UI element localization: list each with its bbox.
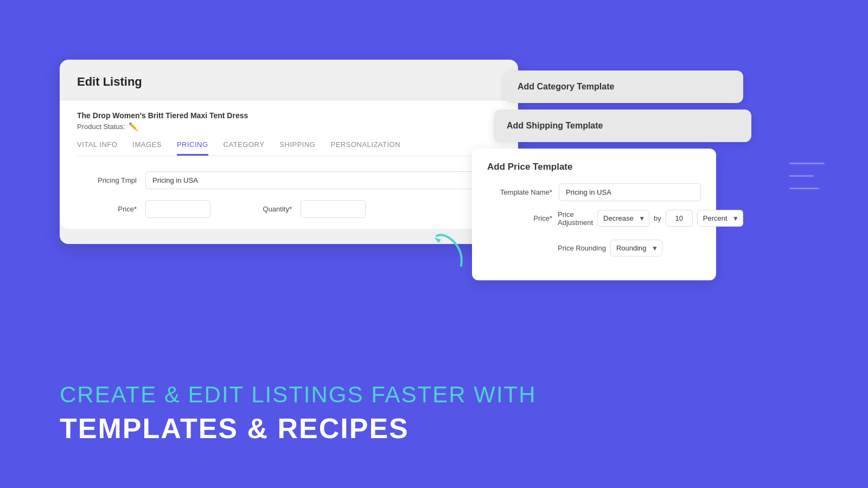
bottom-section: CREATE & EDIT LISTINGS FASTER WITH TEMPL… xyxy=(60,382,537,445)
percent-select[interactable]: Percent xyxy=(697,210,743,227)
price-input[interactable] xyxy=(145,200,210,218)
pricing-tmpl-select[interactable]: Pricing in USA xyxy=(145,171,501,189)
price-label: Price* xyxy=(77,205,137,213)
product-name: The Drop Women's Britt Tiered Maxi Tent … xyxy=(77,111,501,120)
add-category-panel: Add Category Template xyxy=(505,70,743,103)
rounding-select-wrapper: Rounding ▼ xyxy=(610,240,662,256)
subtitle-line: CREATE & EDIT LISTINGS FASTER WITH xyxy=(60,382,537,408)
tab-personalization[interactable]: PERSONALIZATION xyxy=(330,140,400,156)
add-shipping-title: Add Shipping Template xyxy=(507,121,603,131)
add-shipping-panel: Add Shipping Template xyxy=(494,110,751,142)
edit-icon[interactable]: ✏️ xyxy=(129,122,138,131)
product-status-label: Product Status: xyxy=(77,123,125,131)
tab-pricing[interactable]: PRICING xyxy=(177,140,208,156)
price-rounding-label: Price Rounding xyxy=(558,244,606,252)
pricing-tmpl-select-wrapper: Pricing in USA ▼ xyxy=(145,171,501,189)
price-quantity-row: Price* Quantity* xyxy=(77,200,501,218)
add-price-panel: Add Price Template Template Name* Price*… xyxy=(472,149,716,280)
add-price-title: Add Price Template xyxy=(487,162,701,172)
svg-marker-0 xyxy=(435,236,442,244)
card-title: Edit Listing xyxy=(77,75,501,89)
card-body: The Drop Women's Britt Tiered Maxi Tent … xyxy=(60,100,518,229)
price-group: Price* xyxy=(77,200,210,218)
decrease-select-wrapper: Decrease ▼ xyxy=(597,210,649,227)
add-category-title: Add Category Template xyxy=(518,82,614,92)
quantity-group: Quantity* xyxy=(232,200,366,218)
tabs-container: VITAL INFO IMAGES PRICING CATEGORY SHIPP… xyxy=(77,140,501,156)
quantity-input[interactable] xyxy=(301,200,366,218)
amount-input[interactable] xyxy=(666,210,693,227)
main-title-line: TEMPLATES & RECIPES xyxy=(60,412,537,445)
template-price-row: Price* Price Adjustment Decrease ▼ by xyxy=(487,210,701,256)
decrease-select[interactable]: Decrease xyxy=(597,210,649,227)
pricing-tmpl-row: Pricing Tmpl Pricing in USA ▼ xyxy=(77,171,501,189)
tab-shipping[interactable]: SHIPPING xyxy=(279,140,315,156)
tab-category[interactable]: CATEGORY xyxy=(224,140,265,156)
template-name-label: Template Name* xyxy=(487,188,552,196)
template-name-input[interactable] xyxy=(559,183,701,201)
pricing-tmpl-label: Pricing Tmpl xyxy=(77,176,137,184)
rounding-select[interactable]: Rounding xyxy=(610,240,662,256)
edit-listing-card: Edit Listing The Drop Women's Britt Tier… xyxy=(60,60,518,244)
card-header: Edit Listing xyxy=(60,60,518,100)
tab-vital-info[interactable]: VITAL INFO xyxy=(77,140,117,156)
by-label: by xyxy=(654,214,661,222)
curved-arrow xyxy=(434,228,467,273)
price-adjustment-label: Price Adjustment xyxy=(558,210,593,227)
percent-select-wrapper: Percent ▼ xyxy=(697,210,743,227)
template-name-row: Template Name* xyxy=(487,183,701,201)
template-price-outer-label: Price* xyxy=(487,214,552,222)
quantity-label: Quantity* xyxy=(232,205,292,213)
product-status: Product Status: ✏️ xyxy=(77,122,501,131)
tab-images[interactable]: IMAGES xyxy=(132,140,162,156)
top-section: Edit Listing The Drop Women's Britt Tier… xyxy=(60,60,808,244)
